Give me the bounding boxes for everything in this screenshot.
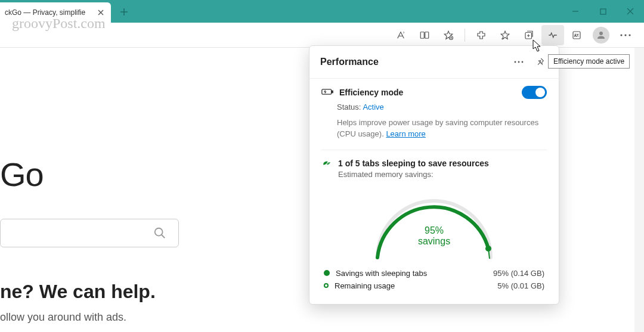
legend-remaining-value: 5% (0.01 GB) <box>497 281 544 290</box>
battery-icon <box>321 88 333 98</box>
more-menu-icon[interactable] <box>614 25 637 45</box>
toolbar-separator <box>465 29 465 42</box>
efficiency-mode-label: Efficiency mode <box>339 88 522 97</box>
favorites-icon[interactable] <box>494 25 516 45</box>
sleeping-tabs-subtitle: Estimated memory savings: <box>338 170 489 179</box>
math-solver-icon[interactable] <box>565 25 588 45</box>
svg-rect-14 <box>322 89 332 94</box>
efficiency-status: Status: Active <box>309 99 559 111</box>
efficiency-tooltip: Efficiency mode active <box>548 54 630 69</box>
legend-savings-value: 95% (0.14 GB) <box>493 269 544 278</box>
sleeping-tabs-title: 1 of 5 tabs sleeping to save resources <box>338 159 489 168</box>
browser-toolbar <box>0 23 644 48</box>
panel-title: Performance <box>320 57 511 67</box>
learn-more-link[interactable]: Learn more <box>386 129 425 138</box>
legend-dot-remaining <box>324 283 329 288</box>
profile-avatar[interactable] <box>593 27 609 44</box>
gauge-legend: Savings with sleeping tabs 95% (0.14 GB)… <box>309 267 559 292</box>
new-tab-button[interactable] <box>114 2 134 21</box>
collections-icon[interactable] <box>518 25 540 45</box>
extensions-icon[interactable] <box>470 25 493 45</box>
favorite-star-icon[interactable] <box>437 25 460 45</box>
svg-rect-5 <box>573 32 580 39</box>
panel-more-icon[interactable] <box>511 54 527 70</box>
svg-point-13 <box>522 61 524 63</box>
page-subline-fragment: ollow you around with ads. <box>0 311 197 324</box>
maximize-button[interactable] <box>589 0 617 23</box>
gauge-word: savings <box>309 236 559 247</box>
pin-icon[interactable] <box>532 54 548 70</box>
performance-icon[interactable] <box>541 25 564 45</box>
efficiency-description: Helps improve power usage by saving comp… <box>309 111 559 140</box>
performance-panel: Performance Efficiency mode Status: Acti… <box>309 45 559 305</box>
browser-tab[interactable]: ckGo — Privacy, simplifie <box>0 2 111 23</box>
reading-view-icon[interactable] <box>413 25 436 45</box>
svg-rect-0 <box>600 9 606 14</box>
page-logo-fragment: Go <box>0 155 197 194</box>
search-icon <box>153 226 166 240</box>
efficiency-toggle[interactable] <box>522 86 547 99</box>
window-titlebar: ckGo — Privacy, simplifie <box>0 0 644 23</box>
svg-point-12 <box>518 61 520 63</box>
savings-gauge: 95% savings <box>309 179 559 267</box>
svg-rect-2 <box>425 32 429 38</box>
close-tab-icon[interactable] <box>95 7 106 18</box>
svg-point-10 <box>155 228 163 236</box>
scrollbar[interactable] <box>634 48 644 332</box>
svg-rect-1 <box>420 32 424 38</box>
tab-title: ckGo — Privacy, simplifie <box>5 8 95 17</box>
svg-point-6 <box>599 32 603 35</box>
svg-rect-15 <box>332 91 333 92</box>
read-aloud-icon[interactable] <box>389 25 412 45</box>
svg-point-7 <box>620 34 622 36</box>
legend-savings-label: Savings with sleeping tabs <box>336 269 493 278</box>
window-controls <box>562 0 644 23</box>
close-window-button[interactable] <box>617 0 644 23</box>
gauge-percent: 95% <box>309 225 559 236</box>
svg-point-8 <box>624 34 626 36</box>
search-input[interactable] <box>0 219 179 247</box>
svg-point-11 <box>515 61 516 63</box>
svg-point-9 <box>628 34 630 36</box>
leaf-icon <box>321 159 332 171</box>
legend-dot-savings <box>324 270 330 276</box>
page-headline-fragment: ne? We can help. <box>0 281 197 303</box>
legend-remaining-label: Remaining usage <box>335 281 497 290</box>
minimize-button[interactable] <box>562 0 589 23</box>
